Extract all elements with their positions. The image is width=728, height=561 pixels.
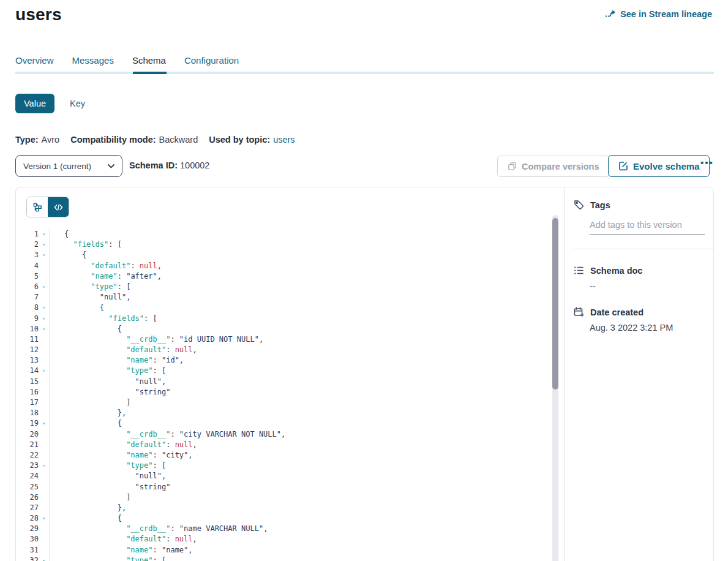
used-by-topic-label: Used by topic:: [209, 135, 270, 145]
fold-chevron-icon[interactable]: ▾: [39, 366, 49, 376]
value-tab-button[interactable]: Value: [15, 94, 54, 113]
line-number: 6: [16, 282, 39, 292]
fold-spacer: [39, 482, 49, 492]
tab-overview[interactable]: Overview: [15, 55, 54, 66]
tags-title: Tags: [590, 200, 610, 210]
code-text: "null",: [49, 292, 130, 303]
compatibility-value: Backward: [159, 135, 198, 145]
fold-spacer: [39, 450, 49, 461]
line-number: 20: [16, 429, 39, 440]
tab-configuration[interactable]: Configuration: [184, 55, 239, 66]
fold-spacer: [39, 377, 49, 387]
code-text: "string": [49, 482, 170, 492]
line-number: 28: [16, 513, 39, 524]
line-number: 17: [16, 397, 39, 408]
code-line: 4"default": null,: [16, 261, 552, 271]
editor-scrollbar-track[interactable]: [552, 215, 558, 561]
topic-link[interactable]: users: [273, 135, 295, 145]
code-line: 32▾"type": [: [16, 555, 552, 561]
add-tags-input[interactable]: [590, 219, 705, 235]
schema-meta-row: Type:Avro Compatibility mode:Backward Us…: [15, 135, 295, 145]
compare-versions-button[interactable]: Compare versions: [497, 156, 610, 177]
code-text: "name": "after",: [49, 271, 162, 282]
fold-spacer: [39, 534, 49, 544]
active-tab-indicator: [133, 72, 167, 74]
fold-chevron-icon[interactable]: ▾: [39, 282, 49, 292]
editor-scrollbar-thumb[interactable]: [552, 218, 558, 390]
line-number: 5: [16, 271, 39, 282]
fold-chevron-icon[interactable]: ▾: [39, 555, 49, 561]
line-number: 31: [16, 545, 39, 555]
line-number: 13: [16, 355, 39, 366]
code-text: },: [49, 503, 126, 513]
key-tab-link[interactable]: Key: [70, 99, 85, 108]
code-text: {: [49, 324, 122, 334]
schema-doc-section-header: Schema doc: [574, 265, 715, 276]
evolve-schema-button[interactable]: Evolve schema: [608, 155, 710, 177]
code-line: 9▾"fields": [: [16, 314, 552, 324]
code-view-button[interactable]: [48, 197, 69, 217]
tab-bar: OverviewMessagesSchemaConfiguration: [15, 55, 257, 66]
line-number: 10: [16, 324, 39, 334]
code-line: 24"null",: [16, 471, 552, 481]
code-line: 27},: [16, 503, 552, 513]
fold-spacer: [39, 397, 49, 408]
code-text: "null",: [49, 471, 166, 481]
line-number: 23: [16, 461, 39, 471]
code-line: 3▾{: [16, 250, 552, 260]
line-number: 8: [16, 303, 39, 313]
code-text: "null",: [49, 377, 166, 387]
line-number: 21: [16, 440, 39, 450]
line-number: 27: [16, 503, 39, 513]
code-line: 18},: [16, 408, 552, 418]
schema-page: users See in Stream lineage OverviewMess…: [0, 0, 728, 561]
editor-view-toggle: [26, 197, 69, 217]
fold-spacer: [39, 355, 49, 366]
fold-chevron-icon[interactable]: ▾: [39, 239, 49, 250]
line-number: 24: [16, 471, 39, 481]
fold-chevron-icon[interactable]: ▾: [39, 314, 49, 324]
fold-chevron-icon[interactable]: ▾: [39, 229, 49, 239]
page-title: users: [15, 5, 62, 24]
compatibility-label: Compatibility mode:: [70, 135, 156, 145]
code-text: },: [49, 408, 126, 418]
fold-chevron-icon[interactable]: ▾: [39, 513, 49, 524]
line-number: 4: [16, 261, 39, 271]
type-label: Type:: [15, 135, 39, 145]
stream-lineage-icon: [605, 10, 616, 18]
code-text: "type": [: [49, 555, 166, 561]
fold-chevron-icon[interactable]: ▾: [39, 461, 49, 471]
fold-chevron-icon[interactable]: ▾: [39, 303, 49, 313]
date-created-value: Aug. 3 2022 3:21 PM: [590, 323, 715, 333]
tree-view-button[interactable]: [27, 197, 48, 217]
type-value: Avro: [42, 135, 60, 145]
version-select[interactable]: Version 1 (current): [15, 155, 122, 177]
code-text: "name": "id",: [49, 355, 184, 366]
code-text: {: [49, 303, 104, 313]
copy-versions-icon: [508, 162, 517, 171]
code-text: ]: [49, 397, 130, 408]
code-line: 8▾{: [16, 303, 552, 313]
fold-chevron-icon[interactable]: ▾: [39, 324, 49, 334]
code-line: 31"name": "name",: [16, 545, 552, 555]
code-line: 25"string": [16, 482, 552, 492]
code-line: 19▾{: [16, 418, 552, 429]
code-line: 5"name": "after",: [16, 271, 552, 282]
schema-card: 1▾{2▾"fields": [3▾{4"default": null,5"na…: [15, 187, 714, 561]
fold-spacer: [39, 440, 49, 450]
code-text: "fields": [: [49, 314, 157, 324]
fold-chevron-icon[interactable]: ▾: [39, 418, 49, 429]
fold-chevron-icon[interactable]: ▾: [39, 250, 49, 260]
tag-icon: [574, 200, 584, 210]
fold-spacer: [39, 334, 49, 345]
code-text: "__crdb__": "city VARCHAR NOT NULL",: [49, 429, 285, 440]
more-options-button[interactable]: •••: [700, 157, 714, 168]
fold-spacer: [39, 503, 49, 513]
fold-spacer: [39, 271, 49, 282]
schema-editor: 1▾{2▾"fields": [3▾{4"default": null,5"na…: [16, 187, 565, 561]
line-number: 11: [16, 334, 39, 345]
tab-messages[interactable]: Messages: [72, 55, 114, 66]
stream-lineage-link[interactable]: See in Stream lineage: [605, 9, 712, 19]
tab-schema[interactable]: Schema: [132, 55, 166, 66]
fold-spacer: [39, 545, 49, 555]
